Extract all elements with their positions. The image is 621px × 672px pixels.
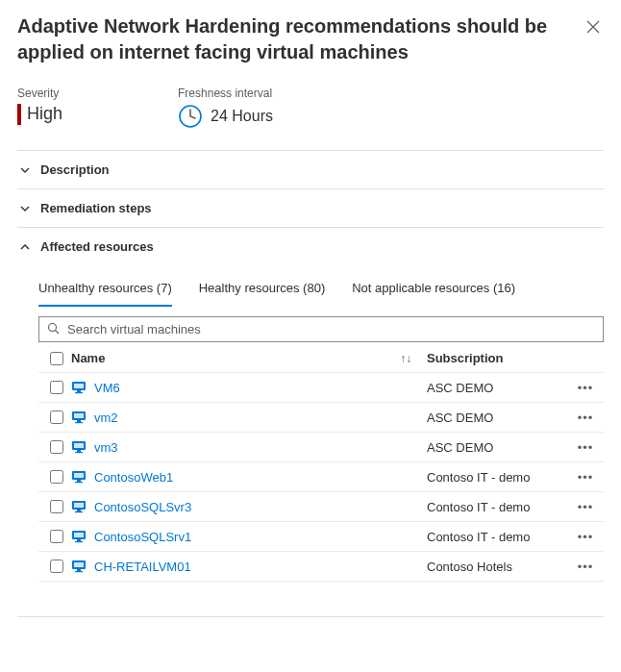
- divider: [17, 616, 604, 617]
- page-title: Adaptive Network Hardening recommendatio…: [17, 13, 571, 65]
- freshness-value: 24 Hours: [211, 108, 273, 125]
- svg-rect-20: [77, 510, 81, 511]
- svg-rect-27: [74, 562, 84, 567]
- svg-rect-24: [77, 539, 81, 541]
- vm-name[interactable]: ContosoWeb1: [94, 470, 173, 485]
- svg-rect-13: [75, 452, 83, 453]
- row-checkbox[interactable]: [50, 500, 63, 513]
- search-input[interactable]: [65, 321, 595, 337]
- severity-label: Severity: [17, 87, 62, 100]
- section-description[interactable]: Description: [17, 151, 604, 188]
- sort-icon[interactable]: ↑↓: [400, 351, 427, 365]
- table-row: VM6 ASC DEMO •••: [38, 373, 604, 403]
- row-more-button[interactable]: •••: [571, 530, 600, 544]
- freshness-label: Freshness interval: [178, 87, 273, 100]
- svg-rect-5: [75, 392, 83, 393]
- section-description-label: Description: [40, 162, 110, 177]
- select-all-checkbox[interactable]: [50, 352, 63, 365]
- row-checkbox[interactable]: [50, 411, 63, 424]
- chevron-up-icon: [19, 241, 31, 253]
- vm-icon: [71, 559, 87, 574]
- svg-rect-21: [75, 511, 83, 512]
- subscription-value: Contoso IT - demo: [427, 530, 571, 544]
- row-more-button[interactable]: •••: [571, 500, 600, 514]
- row-more-button[interactable]: •••: [571, 411, 600, 425]
- svg-rect-12: [77, 450, 81, 452]
- table-row: vm3 ASC DEMO •••: [38, 433, 604, 462]
- tab-unhealthy[interactable]: Unhealthy resources (7): [38, 275, 172, 307]
- row-checkbox[interactable]: [50, 470, 63, 484]
- subscription-value: ASC DEMO: [427, 440, 571, 455]
- vm-icon: [71, 469, 87, 485]
- row-more-button[interactable]: •••: [571, 381, 600, 395]
- subscription-value: Contoso IT - demo: [427, 470, 571, 485]
- svg-rect-3: [74, 384, 84, 388]
- svg-point-1: [49, 323, 57, 331]
- vm-icon: [71, 410, 87, 425]
- svg-rect-15: [74, 473, 84, 478]
- table-row: ContosoSQLSrv1 Contoso IT - demo •••: [38, 522, 604, 552]
- svg-rect-29: [75, 571, 83, 572]
- row-checkbox[interactable]: [50, 381, 63, 394]
- search-box[interactable]: [38, 316, 604, 342]
- section-remediation[interactable]: Remediation steps: [17, 189, 604, 227]
- vm-name[interactable]: CH-RETAILVM01: [94, 560, 191, 574]
- subscription-value: ASC DEMO: [427, 381, 571, 395]
- search-icon: [47, 322, 60, 337]
- subscription-value: Contoso Hotels: [427, 560, 571, 574]
- subscription-value: ASC DEMO: [427, 411, 571, 425]
- svg-rect-4: [77, 390, 81, 392]
- row-checkbox[interactable]: [50, 530, 63, 543]
- row-checkbox[interactable]: [50, 440, 63, 454]
- svg-rect-19: [74, 503, 84, 508]
- vm-name[interactable]: VM6: [94, 381, 120, 395]
- row-more-button[interactable]: •••: [571, 470, 600, 485]
- row-checkbox[interactable]: [50, 560, 63, 573]
- vm-icon: [71, 499, 87, 514]
- vm-name[interactable]: ContosoSQLSrv1: [94, 530, 191, 544]
- table-row: ContosoWeb1 Contoso IT - demo •••: [38, 462, 604, 492]
- table-row: ContosoSQLSvr3 Contoso IT - demo •••: [38, 492, 604, 522]
- svg-rect-17: [75, 482, 83, 483]
- vm-icon: [71, 529, 87, 544]
- svg-rect-28: [77, 569, 81, 571]
- svg-rect-25: [75, 541, 83, 542]
- section-remediation-label: Remediation steps: [40, 201, 152, 215]
- svg-rect-7: [74, 413, 84, 418]
- svg-rect-8: [77, 420, 81, 422]
- vm-name[interactable]: ContosoSQLSvr3: [94, 500, 191, 514]
- table-row: vm2 ASC DEMO •••: [38, 403, 604, 433]
- vm-icon: [71, 380, 87, 395]
- subscription-value: Contoso IT - demo: [427, 500, 571, 514]
- svg-rect-23: [74, 533, 84, 537]
- svg-rect-16: [77, 480, 81, 482]
- clock-icon: [178, 104, 203, 129]
- tab-healthy[interactable]: Healthy resources (80): [199, 275, 326, 307]
- close-button[interactable]: [583, 15, 604, 40]
- column-name[interactable]: Name: [71, 351, 400, 365]
- chevron-down-icon: [19, 203, 31, 214]
- severity-value: High: [17, 104, 62, 125]
- row-more-button[interactable]: •••: [571, 440, 600, 455]
- vm-icon: [71, 439, 87, 455]
- section-affected[interactable]: Affected resources: [17, 228, 604, 265]
- section-affected-label: Affected resources: [40, 239, 154, 254]
- table-row: CH-RETAILVM01 Contoso Hotels •••: [38, 552, 604, 582]
- svg-rect-9: [75, 422, 83, 423]
- vm-name[interactable]: vm3: [94, 440, 118, 455]
- tab-not-applicable[interactable]: Not applicable resources (16): [352, 275, 515, 307]
- vm-name[interactable]: vm2: [94, 411, 118, 425]
- table-header: Name ↑↓ Subscription: [38, 344, 604, 373]
- svg-rect-11: [74, 443, 84, 448]
- column-subscription[interactable]: Subscription: [427, 351, 571, 365]
- row-more-button[interactable]: •••: [571, 560, 600, 574]
- chevron-down-icon: [19, 164, 31, 176]
